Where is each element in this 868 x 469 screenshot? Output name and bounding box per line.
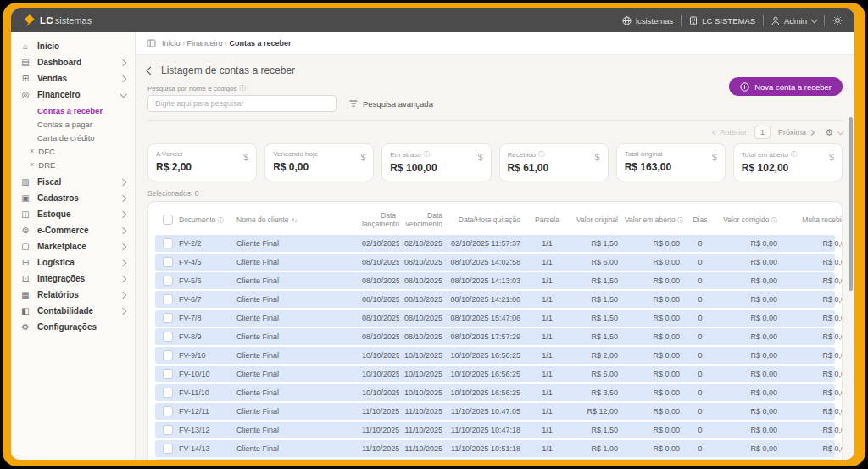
row-checkbox[interactable] [163,276,173,286]
table-row[interactable]: FV-12/11Cliente Final11/10/202511/10/202… [155,403,835,420]
cell-valor-corrigido: R$ 0,00 [717,239,781,248]
sidebar-item-contabilidade[interactable]: ◧Contabilidade [11,303,135,319]
cell-valor-em-aberto: R$ 0,00 [621,351,683,360]
relatorios-icon: ▦ [20,290,31,299]
cell-data-vencimento: 10/10/2025 [399,370,446,378]
cell-data-lancamento: 11/10/2025 [359,407,399,416]
sidebar-item-configuracoes[interactable]: ⚙Configurações [11,319,135,335]
column-header-parcela[interactable]: Parcela [524,215,570,224]
site-selector[interactable]: lcsistemas [622,16,673,25]
table-row[interactable]: FV-5/6Cliente Final08/10/202508/10/20250… [155,272,835,289]
sidebar-item-dashboard[interactable]: ▤Dashboard [11,54,135,70]
sidebar-item-integracoes[interactable]: ⊡Integrações [11,271,135,287]
row-checkbox[interactable] [163,388,173,398]
sidebar-subitem-contas-a-pagar[interactable]: Contas a pagar [11,117,135,131]
info-icon: ⓘ [538,150,545,159]
table-row[interactable]: FV-2/2Cliente Final02/10/202502/10/20250… [155,235,835,252]
financeiro-icon: ◎ [20,90,31,99]
sidebar-item-inicio[interactable]: ⌂Início [11,38,135,54]
vertical-scrollbar[interactable] [849,117,853,291]
row-checkbox[interactable] [163,313,173,323]
chevron-right-icon [120,193,125,203]
sidebar-item-estoque[interactable]: ◫Estoque [11,206,135,222]
column-header-dias[interactable]: Dias [683,215,717,224]
user-menu[interactable]: Admin [771,16,816,25]
back-icon[interactable] [147,66,155,75]
dollar-icon: $ [595,152,600,162]
cell-multa-recebida: R$ 0,00 [781,351,843,360]
table-row[interactable]: FV-14/13Cliente Final11/10/202511/10/202… [155,440,835,457]
table-settings-button[interactable]: ⚙ [825,127,843,138]
column-header-data-hora-quitacao[interactable]: Data/Hora quitação [446,215,524,224]
breadcrumb-link[interactable]: Início [162,39,181,47]
pagination-next[interactable]: Próxima [778,128,814,137]
table-row[interactable]: FV-15/13Cliente Final11/10/202511/10/202… [155,459,835,460]
table-row[interactable]: FV-8/9Cliente Final08/10/202508/10/20250… [155,328,835,345]
sidebar-subitem-dfc[interactable]: ×DFC [11,144,135,158]
table-row[interactable]: FV-7/8Cliente Final08/10/202508/10/20250… [155,310,835,327]
cell-data-hora-quitacao: 08/10/2025 17:57:29 [446,332,524,341]
sidebar-item-e-commerce[interactable]: ⊜e-Commerce [11,222,135,238]
sidebar-submenu: Contas a receberContas a pagarCarta de c… [11,103,135,174]
sidebar-item-marketplace[interactable]: ▢Marketplace [11,238,135,254]
sidebar-item-fiscal[interactable]: ▥Fiscal [11,174,135,190]
cell-valor-original: R$ 5,00 [570,370,621,378]
row-checkbox[interactable] [163,257,173,267]
sidebar-item-relatorios[interactable]: ▦Relatórios [11,287,135,303]
table-row[interactable]: FV-9/10Cliente Final10/10/202510/10/2025… [155,347,835,364]
sidebar-subitem-carta-de-credito[interactable]: Carta de crédito [11,131,135,144]
column-header-valor-original[interactable]: Valor original [570,215,621,224]
theme-toggle[interactable] [832,15,843,25]
table-row[interactable]: FV-11/10Cliente Final10/10/202510/10/202… [155,384,835,401]
select-all-checkbox[interactable] [163,215,173,225]
row-checkbox[interactable] [163,406,173,416]
advanced-search-button[interactable]: Pesquisa avançada [349,99,433,109]
pagination-prev[interactable]: Anterior [713,128,748,137]
new-receivable-button[interactable]: Nova conta a receber [729,77,843,96]
breadcrumb-link[interactable]: Financeiro [187,39,223,47]
cell-valor-em-aberto: R$ 0,00 [621,426,683,434]
cell-parcela: 1/1 [524,276,570,285]
logo-text-bold: LC [40,15,53,25]
chevron-right-icon [120,242,125,251]
cell-valor-original: R$ 2,00 [570,351,621,360]
pagination-page[interactable]: 1 [754,126,771,139]
sort-icon[interactable]: ↑↓ [290,216,296,224]
company-selector[interactable]: LC SISTEMAS [689,16,755,25]
table-row[interactable]: FV-13/12Cliente Final11/10/202511/10/202… [155,422,835,438]
configuracoes-icon: ⚙ [20,322,31,332]
sidebar-item-logistica[interactable]: ⊟Logística [11,254,135,271]
table-row[interactable]: FV-4/5Cliente Final08/10/202508/10/20250… [155,254,835,271]
row-checkbox[interactable] [163,294,173,304]
row-checkbox[interactable] [163,444,173,454]
summary-cards: A VencerR$ 2,00$Vencendo hojeR$ 0,00$Em … [147,143,843,181]
app-logo[interactable]: LC sistemas [23,14,92,27]
sidebar-subitem-dre[interactable]: ×DRE [11,158,135,171]
sidebar-item-cadastros[interactable]: ▣Cadastros [11,190,135,206]
row-checkbox[interactable] [163,369,173,379]
column-header-valor-em-aberto[interactable]: Valor em aberto ⓘ [621,215,683,225]
cell-valor-original: R$ 1,00 [570,444,621,453]
column-header-multa-recebida[interactable]: Multa recebida [781,215,843,224]
table-row[interactable]: FV-6/7Cliente Final08/10/202508/10/20250… [155,291,835,308]
row-checkbox[interactable] [163,350,173,360]
row-checkbox[interactable] [163,332,173,342]
row-checkbox[interactable] [163,238,173,248]
sidebar-subitem-contas-a-receber[interactable]: Contas a receber [11,103,135,117]
row-checkbox[interactable] [163,425,173,435]
column-header-data-lancamento[interactable]: Data lançamento [359,211,399,228]
sidebar-item-financeiro[interactable]: ◎Financeiro [11,87,135,103]
chevron-right-icon [120,177,125,187]
panel-toggle-icon[interactable] [147,39,156,47]
chevron-right-icon [120,258,125,267]
sidebar-item-vendas[interactable]: ⊞Vendas [11,70,135,87]
table-row[interactable]: FV-10/10Cliente Final10/10/202510/10/202… [155,366,835,382]
search-input[interactable] [147,95,337,112]
cell-valor-original: R$ 1,50 [570,276,621,285]
chevron-right-icon [120,274,125,283]
column-header-valor-corrigido[interactable]: Valor corrigido ⓘ [717,215,781,225]
chevron-right-icon [120,209,125,219]
column-header-documento[interactable]: Documento ⓘ [175,215,233,225]
column-header-nome-do-cliente[interactable]: Nome do cliente ↑↓ [233,215,359,224]
column-header-data-vencimento[interactable]: Data vencimento [399,211,446,228]
